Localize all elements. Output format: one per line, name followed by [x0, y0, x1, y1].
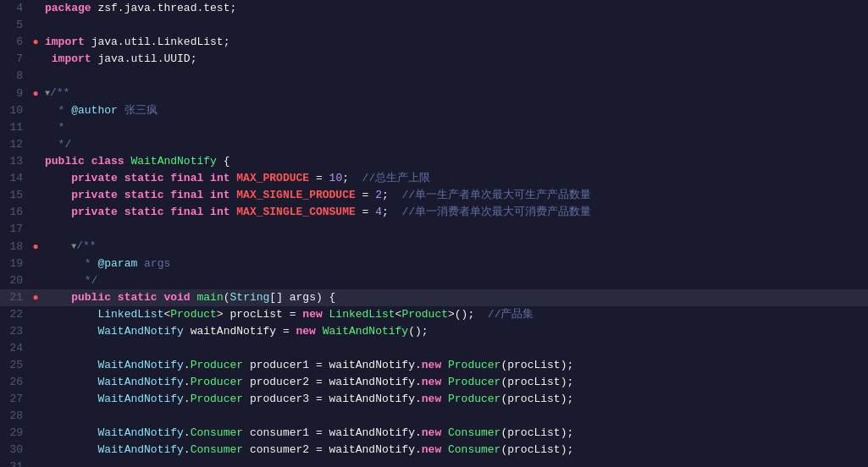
code-line-10: 10 * @author 张三疯	[0, 102, 868, 119]
line-num-25: 25	[0, 357, 30, 374]
line-num-26: 26	[0, 374, 30, 391]
code-line-17: 17	[0, 221, 868, 238]
line-num-12: 12	[0, 136, 30, 153]
line-content-11: *	[41, 119, 868, 136]
code-line-23: 23 WaitAndNotify waitAndNotify = new Wai…	[0, 323, 868, 340]
line-content-21: public static void main(String[] args) {	[41, 289, 868, 306]
line-content-4: package zsf.java.thread.test;	[41, 0, 868, 17]
line-num-30: 30	[0, 442, 30, 459]
line-content-6: import java.util.LinkedList;	[41, 34, 868, 51]
line-content-12: */	[41, 136, 868, 153]
code-line-21: 21 ● public static void main(String[] ar…	[0, 289, 868, 306]
line-num-8: 8	[0, 68, 30, 85]
line-num-23: 23	[0, 323, 30, 340]
line-num-17: 17	[0, 221, 30, 238]
line-num-5: 5	[0, 17, 30, 34]
line-content-25: WaitAndNotify.Producer producer1 = waitA…	[41, 357, 868, 374]
code-line-4: 4 package zsf.java.thread.test;	[0, 0, 868, 17]
code-line-19: 19 * @param args	[0, 255, 868, 272]
code-line-20: 20 */	[0, 272, 868, 289]
line-num-7: 7	[0, 51, 30, 68]
line-content-27: WaitAndNotify.Producer producer3 = waitA…	[41, 391, 868, 408]
line-content-5	[41, 17, 868, 34]
code-line-7: 7 import java.util.UUID;	[0, 51, 868, 68]
breakpoint-21: ●	[32, 289, 38, 306]
line-content-30: WaitAndNotify.Consumer consumer2 = waitA…	[41, 442, 868, 459]
line-num-29: 29	[0, 425, 30, 442]
breakpoint-18: ●	[32, 239, 38, 255]
line-content-26: WaitAndNotify.Producer producer2 = waitA…	[41, 374, 868, 391]
line-content-23: WaitAndNotify waitAndNotify = new WaitAn…	[41, 323, 868, 340]
line-content-20: */	[41, 272, 868, 289]
line-content-19: * @param args	[41, 255, 868, 272]
line-content-16: private static final int MAX_SINGLE_CONS…	[41, 204, 868, 221]
code-line-9: 9 ● ▼/**	[0, 85, 868, 102]
line-content-10: * @author 张三疯	[41, 102, 868, 119]
line-content-8	[41, 68, 868, 85]
line-num-18: 18	[0, 239, 30, 255]
line-content-14: private static final int MAX_PRODUCE = 1…	[41, 170, 868, 187]
line-content-18: ▼/**	[41, 238, 868, 255]
gutter-6: ●	[30, 34, 41, 51]
line-num-15: 15	[0, 187, 30, 204]
line-content-9: ▼/**	[41, 85, 868, 102]
gutter-18: ●	[30, 239, 41, 255]
line-num-14: 14	[0, 170, 30, 187]
line-content-29: WaitAndNotify.Consumer consumer1 = waitA…	[41, 425, 868, 442]
code-line-28: 28	[0, 408, 868, 425]
line-num-20: 20	[0, 272, 30, 289]
line-content-24	[41, 340, 868, 357]
code-line-27: 27 WaitAndNotify.Producer producer3 = wa…	[0, 391, 868, 408]
gutter-9: ●	[30, 85, 41, 102]
code-line-5: 5	[0, 17, 868, 34]
line-content-28	[41, 408, 868, 425]
breakpoint-9: ●	[32, 85, 38, 102]
line-num-21: 21	[0, 289, 30, 306]
line-content-7: import java.util.UUID;	[41, 51, 868, 68]
line-num-16: 16	[0, 204, 30, 221]
code-line-24: 24	[0, 340, 868, 357]
line-num-13: 13	[0, 153, 30, 170]
line-num-11: 11	[0, 119, 30, 136]
code-line-26: 26 WaitAndNotify.Producer producer2 = wa…	[0, 374, 868, 391]
line-num-9: 9	[0, 85, 30, 102]
code-line-18: 18 ● ▼/**	[0, 238, 868, 255]
code-line-25: 25 WaitAndNotify.Producer producer1 = wa…	[0, 357, 868, 374]
code-line-16: 16 private static final int MAX_SINGLE_C…	[0, 204, 868, 221]
line-num-4: 4	[0, 0, 30, 17]
line-num-22: 22	[0, 306, 30, 323]
code-editor: 4 package zsf.java.thread.test; 5 6 ● im…	[0, 0, 868, 467]
line-num-19: 19	[0, 255, 30, 272]
line-content-17	[41, 221, 868, 238]
gutter-21: ●	[30, 289, 41, 306]
line-num-10: 10	[0, 102, 30, 119]
line-num-6: 6	[0, 34, 30, 51]
code-line-14: 14 private static final int MAX_PRODUCE …	[0, 170, 868, 187]
code-line-30: 30 WaitAndNotify.Consumer consumer2 = wa…	[0, 442, 868, 459]
code-line-22: 22 LinkedList<Product> procList = new Li…	[0, 306, 868, 323]
breakpoint-6: ●	[32, 34, 38, 51]
line-content-13: public class WaitAndNotify {	[41, 153, 868, 170]
line-content-22: LinkedList<Product> procList = new Linke…	[41, 306, 868, 323]
line-num-31: 31	[0, 459, 30, 467]
code-line-11: 11 *	[0, 119, 868, 136]
line-content-15: private static final int MAX_SIGNLE_PROD…	[41, 187, 868, 204]
code-line-8: 8	[0, 68, 868, 85]
line-num-27: 27	[0, 391, 30, 408]
code-line-29: 29 WaitAndNotify.Consumer consumer1 = wa…	[0, 425, 868, 442]
line-num-28: 28	[0, 408, 30, 425]
code-line-13: 13 public class WaitAndNotify {	[0, 153, 868, 170]
code-line-31: 31	[0, 459, 868, 467]
code-line-6: 6 ● import java.util.LinkedList;	[0, 34, 868, 51]
code-line-15: 15 private static final int MAX_SIGNLE_P…	[0, 187, 868, 204]
code-line-12: 12 */	[0, 136, 868, 153]
line-num-24: 24	[0, 340, 30, 357]
line-content-31	[41, 459, 868, 467]
